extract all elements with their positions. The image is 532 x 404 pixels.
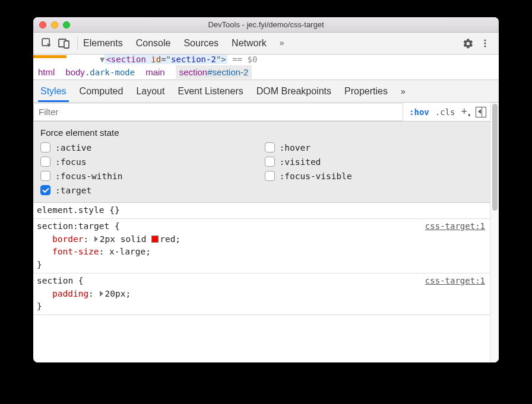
- state-checkbox-hover[interactable]: :hover: [265, 142, 483, 152]
- css-rule[interactable]: css-target:1section {padding: 20px;}: [33, 273, 490, 315]
- styles-pane: :hov .cls +▾ Force element state :active…: [33, 103, 499, 362]
- main-toolbar: Elements Console Sources Network »: [33, 33, 499, 55]
- filter-row: :hov .cls +▾: [33, 103, 490, 122]
- svg-point-5: [484, 45, 486, 47]
- state-label: :focus: [55, 157, 86, 167]
- tab-console[interactable]: Console: [136, 38, 171, 49]
- value[interactable]: x-large;: [109, 247, 151, 256]
- tab-event-listeners[interactable]: Event Listeners: [178, 86, 243, 97]
- css-rule[interactable]: element.style {}: [33, 203, 490, 219]
- breadcrumb-item[interactable]: body.dark-mode: [65, 67, 135, 77]
- more-tabs-icon[interactable]: »: [280, 38, 284, 49]
- state-checkbox-visited[interactable]: :visited: [265, 157, 483, 167]
- close-icon[interactable]: [39, 21, 46, 28]
- checkbox-icon[interactable]: [40, 157, 50, 167]
- source-link[interactable]: css-target:1: [425, 275, 485, 287]
- state-label: :visited: [280, 157, 321, 167]
- css-rule[interactable]: css-target:1section:target {border: 2px …: [33, 219, 490, 273]
- tab-elements[interactable]: Elements: [83, 38, 123, 49]
- svg-point-4: [484, 42, 486, 44]
- declaration[interactable]: border: 2px solid red;: [37, 233, 486, 246]
- traffic-lights: [39, 21, 70, 28]
- dom-tag: <section: [106, 55, 145, 64]
- new-rule-icon[interactable]: +▾: [461, 106, 470, 118]
- devtools-window: DevTools - jec.fyi/demo/css-target Eleme…: [33, 17, 499, 362]
- source-link[interactable]: css-target:1: [425, 220, 485, 233]
- state-label: :active: [55, 143, 91, 152]
- tab-dom-breakpoints[interactable]: DOM Breakpoints: [256, 86, 331, 97]
- state-label: :focus-visible: [280, 171, 352, 181]
- value[interactable]: 20px;: [105, 289, 131, 298]
- state-checkbox-focus-within[interactable]: :focus-within: [40, 171, 259, 181]
- declaration[interactable]: font-size: x-large;: [37, 246, 486, 259]
- panel-toggle-icon[interactable]: [476, 107, 486, 117]
- state-label: :hover: [280, 143, 311, 152]
- tab-computed[interactable]: Computed: [80, 86, 124, 97]
- titlebar: DevTools - jec.fyi/demo/css-target: [33, 17, 499, 33]
- checkbox-icon[interactable]: [265, 171, 275, 181]
- property[interactable]: padding: [52, 289, 88, 298]
- breadcrumb: html body.dark-mode main section#section…: [33, 64, 499, 80]
- more-subtabs-icon[interactable]: »: [401, 87, 406, 96]
- state-checkbox-active[interactable]: :active: [40, 142, 259, 152]
- scrollbar[interactable]: [490, 103, 499, 362]
- kebab-icon[interactable]: [477, 36, 493, 51]
- selector[interactable]: section: [37, 276, 73, 285]
- state-label: :target: [55, 186, 91, 195]
- breadcrumb-item-selected[interactable]: section#section-2: [176, 65, 252, 79]
- tab-properties[interactable]: Properties: [344, 86, 388, 97]
- checkbox-icon[interactable]: [40, 171, 50, 181]
- selector[interactable]: section:target: [37, 221, 109, 231]
- declaration[interactable]: padding: 20px;: [37, 288, 486, 301]
- property[interactable]: font-size: [52, 247, 99, 256]
- state-label: :focus-within: [55, 171, 123, 181]
- state-checkbox-focus[interactable]: :focus: [40, 157, 259, 167]
- state-checkbox-target[interactable]: :target: [40, 185, 259, 195]
- checkbox-icon[interactable]: [265, 142, 275, 152]
- toolbar-divider: [77, 37, 78, 50]
- sidebar-tabs: Styles Computed Layout Event Listeners D…: [33, 80, 499, 103]
- window-title: DevTools - jec.fyi/demo/css-target: [33, 20, 499, 29]
- cls-toggle[interactable]: .cls: [435, 107, 455, 117]
- force-state-title: Force element state: [40, 128, 483, 138]
- inspect-icon[interactable]: [39, 36, 55, 51]
- breadcrumb-item[interactable]: html: [38, 67, 55, 77]
- dom-line[interactable]: ▼<section id="section-2"> == $0: [33, 55, 499, 64]
- tab-sources[interactable]: Sources: [183, 38, 218, 49]
- svg-rect-2: [64, 41, 69, 48]
- selector[interactable]: element.style: [37, 205, 104, 215]
- tab-network[interactable]: Network: [232, 38, 267, 49]
- minimize-icon[interactable]: [51, 21, 58, 28]
- state-checkbox-focus-visible[interactable]: :focus-visible: [265, 171, 483, 181]
- force-state-panel: Force element state :active:hover:focus:…: [33, 122, 490, 203]
- device-toggle-icon[interactable]: [56, 36, 72, 51]
- expand-triangle-icon[interactable]: [100, 291, 103, 297]
- checkbox-icon[interactable]: [265, 157, 275, 167]
- checkbox-icon[interactable]: [40, 142, 50, 152]
- panel-tabs: Elements Console Sources Network »: [83, 38, 284, 49]
- zoom-icon[interactable]: [63, 21, 70, 28]
- breadcrumb-item[interactable]: main: [145, 67, 165, 77]
- value[interactable]: 2px solid red;: [100, 234, 180, 244]
- tab-layout[interactable]: Layout: [136, 86, 164, 97]
- hov-toggle[interactable]: :hov: [409, 107, 429, 117]
- color-chip-icon[interactable]: [151, 236, 159, 243]
- checkbox-checked-icon[interactable]: [40, 185, 50, 195]
- tab-styles[interactable]: Styles: [40, 86, 66, 97]
- filter-input[interactable]: [33, 103, 403, 121]
- svg-point-3: [484, 39, 486, 41]
- scrollbar-thumb[interactable]: [492, 104, 498, 211]
- orange-indicator: [33, 55, 66, 58]
- expand-triangle-icon[interactable]: [94, 236, 98, 242]
- gear-icon[interactable]: [460, 36, 476, 51]
- property[interactable]: border: [52, 234, 83, 244]
